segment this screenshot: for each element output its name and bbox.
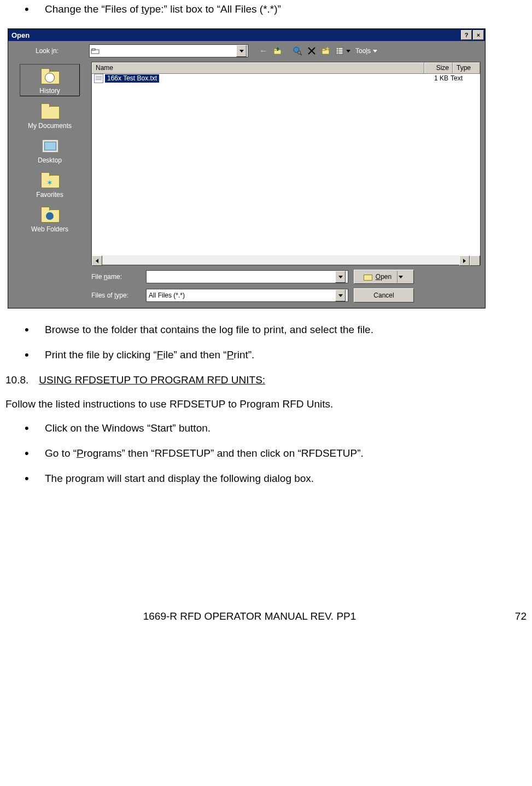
filename-row: File name: Open	[91, 270, 481, 284]
open-button[interactable]: Open	[354, 270, 414, 284]
svg-rect-1	[92, 49, 95, 50]
place-desktop[interactable]: Desktop	[20, 134, 79, 165]
horizontal-scrollbar[interactable]	[92, 255, 480, 265]
new-folder-button[interactable]	[319, 45, 332, 57]
svg-point-4	[294, 47, 299, 53]
close-button[interactable]: ×	[473, 30, 484, 40]
place-history[interactable]: History	[20, 64, 80, 96]
place-webfolders[interactable]: Web Folders	[20, 203, 79, 234]
intro-text: Follow the listed instructions to use RF…	[5, 398, 527, 410]
place-label: History	[20, 87, 79, 95]
list-header[interactable]: Name Size Type	[92, 62, 480, 74]
places-bar: History My Documents Desktop ✶ Favorites…	[8, 62, 91, 308]
bullet-item: Click on the Windows “Start” button.	[25, 422, 527, 434]
file-row[interactable]: 166x Test Box.txt 1 KB Text	[92, 74, 480, 83]
open-folder-icon	[364, 273, 372, 280]
file-size: 1 KB	[420, 74, 448, 82]
bullet-item: The program will start and display the f…	[25, 473, 527, 485]
text-file-icon	[94, 74, 103, 83]
open-dialog: Open ? × Look in: ←	[8, 28, 486, 308]
mid-bullets: Browse to the folder that contains the l…	[25, 324, 527, 361]
place-mydocuments[interactable]: My Documents	[20, 100, 79, 131]
bullet-item: Change the “Files of type:” list box to …	[25, 3, 527, 15]
place-label: Favorites	[20, 191, 79, 199]
open-split[interactable]	[397, 271, 404, 283]
filetype-combo[interactable]: All Files (*.*)	[146, 289, 348, 302]
filename-drop[interactable]	[335, 271, 346, 283]
bullet-item: Print the file by clicking “File” and th…	[25, 349, 527, 361]
filetype-value: All Files (*.*)	[149, 292, 185, 299]
bullet-item: Browse to the folder that contains the l…	[25, 324, 527, 336]
lookin-row: Look in: ←	[8, 41, 485, 59]
footer-text: 1669-R RFD OPERATOR MANUAL REV. PP1	[5, 610, 494, 622]
delete-button[interactable]	[305, 45, 318, 57]
help-button[interactable]: ?	[461, 30, 472, 40]
search-web-button[interactable]	[291, 45, 304, 57]
lookin-drop[interactable]	[236, 45, 247, 57]
back-button[interactable]: ←	[257, 45, 270, 57]
place-label: My Documents	[20, 122, 79, 130]
file-list[interactable]: Name Size Type 166x Test Box.txt 1 KB Te…	[91, 62, 481, 265]
page-footer: 1669-R RFD OPERATOR MANUAL REV. PP1 72	[5, 610, 527, 622]
bullet-item: Go to “Programs” then “RFDSETUP” and the…	[25, 447, 527, 459]
filetype-drop[interactable]	[335, 289, 346, 301]
section-number: 10.8.	[5, 374, 36, 386]
lookin-combo[interactable]	[89, 44, 248, 57]
scroll-right-button[interactable]	[459, 255, 470, 266]
svg-rect-11	[336, 48, 343, 54]
titlebar[interactable]: Open ? ×	[8, 29, 485, 41]
place-label: Desktop	[20, 156, 79, 164]
section-title: USING RFDSETUP TO PROGRAM RFD UNITS:	[39, 374, 265, 386]
dialog-title: Open	[11, 31, 460, 39]
page-number: 72	[494, 610, 527, 622]
views-button[interactable]	[334, 45, 352, 57]
cancel-button[interactable]: Cancel	[354, 288, 414, 302]
place-favorites[interactable]: ✶ Favorites	[20, 168, 79, 200]
svg-line-6	[300, 54, 302, 55]
bottom-bullets: Click on the Windows “Start” button. Go …	[25, 422, 527, 485]
drive-icon	[91, 46, 100, 55]
filetype-row: Files of type: All Files (*.*) Cancel	[91, 288, 481, 302]
top-bullets: Change the “Files of type:” list box to …	[25, 3, 527, 15]
file-type: Text	[448, 74, 478, 82]
col-size[interactable]: Size	[424, 62, 453, 73]
section-heading: 10.8. USING RFDSETUP TO PROGRAM RFD UNIT…	[5, 374, 527, 386]
scroll-left-button[interactable]	[92, 255, 102, 266]
file-name[interactable]: 166x Test Box.txt	[105, 74, 159, 83]
size-grip	[470, 255, 480, 266]
col-type[interactable]: Type	[453, 62, 480, 73]
svg-rect-10	[322, 49, 325, 50]
filetype-label: Files of type:	[91, 292, 141, 299]
tools-menu[interactable]: Tools	[353, 45, 379, 57]
scroll-track[interactable]	[102, 255, 459, 265]
place-label: Web Folders	[20, 225, 79, 233]
col-name[interactable]: Name	[92, 62, 424, 73]
toolbar-buttons: ← Tools	[257, 45, 379, 57]
filename-input[interactable]	[146, 270, 348, 283]
up-one-level-button[interactable]	[271, 45, 284, 57]
filename-label: File name:	[91, 273, 141, 281]
lookin-label: Look in:	[36, 47, 85, 55]
